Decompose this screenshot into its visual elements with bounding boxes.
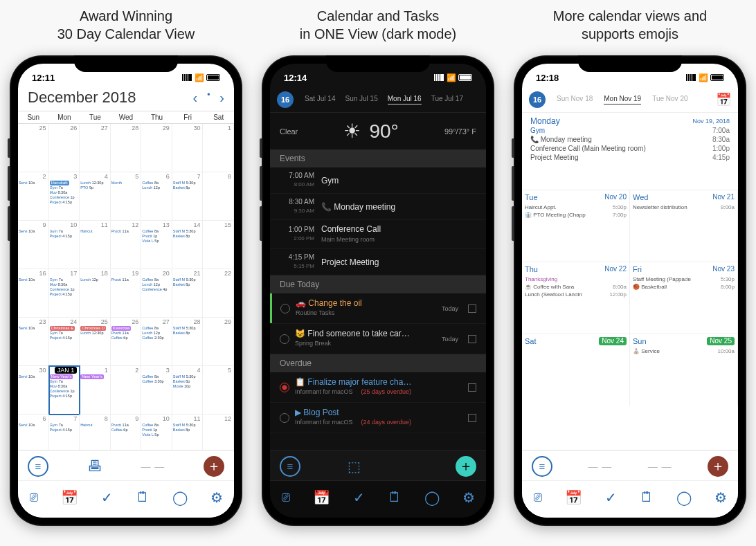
calendar-cell[interactable]: 4Lunch 12:30pPTO 9p: [80, 172, 111, 221]
prev-month-button[interactable]: ‹: [192, 90, 197, 106]
calendar-cell[interactable]: 2: [111, 366, 142, 415]
calendar-cell[interactable]: 13Coffee 8aProctt 1pViola L 5p: [141, 221, 172, 269]
calendar-cell[interactable]: 17Gym 7aMov 8:30aConference 1pProject 4:…: [49, 269, 80, 318]
task-row[interactable]: 🚗 Change the oilRoutine TasksToday: [270, 293, 486, 324]
event-row[interactable]: 1:00 PM2:00 PMConference CallMain Meetin…: [270, 220, 486, 249]
calendar-jump-icon[interactable]: 📅: [716, 92, 731, 107]
calendar-icon[interactable]: 📅: [565, 489, 582, 506]
month-grid[interactable]: 25262728293012Servi 10a3HanukahGym 7aMov…: [18, 124, 234, 463]
week-cell[interactable]: SatNov 24: [522, 334, 630, 406]
calendar-cell[interactable]: 22: [203, 269, 234, 318]
date-tab[interactable]: Sun Nov 18: [557, 95, 593, 104]
calendar-cell[interactable]: 23Servi 10a: [18, 318, 49, 366]
today-badge[interactable]: 16: [529, 91, 546, 108]
calendar-cell[interactable]: 1New Year's: [80, 366, 111, 415]
profile-icon[interactable]: ◯: [424, 489, 440, 506]
date-tab[interactable]: Tue Nov 20: [652, 95, 687, 104]
week-cell[interactable]: SunNov 25⛪ Service10:00a: [630, 334, 738, 406]
note-icon[interactable]: 🗒: [136, 489, 150, 505]
week-cell[interactable]: WedNov 21Newsletter distribution8:00a: [630, 190, 738, 262]
task-row[interactable]: 😺 Find someone to take car…Spring BreakT…: [270, 324, 486, 354]
calendar-cell[interactable]: 12Proctt 11a: [111, 221, 142, 269]
agenda-item[interactable]: Conference Call (Main Meeting room)1:00p: [522, 144, 738, 153]
calendar-cell[interactable]: 8: [203, 172, 234, 221]
print-button[interactable]: 🖶: [87, 457, 102, 475]
menu-button[interactable]: ≡: [280, 456, 300, 477]
calendar-cell[interactable]: 6Coffee 8aLunch 12p: [141, 172, 172, 221]
next-month-button[interactable]: ›: [219, 90, 224, 106]
sliders-icon[interactable]: ⚙: [462, 489, 475, 506]
map-button[interactable]: ⬚: [348, 458, 361, 475]
event-row[interactable]: 8:30 AM9:30 AM📞 Monday meeting: [270, 194, 486, 220]
calendar-cell[interactable]: 28Staff M 5:30pBasket 8p: [172, 318, 204, 366]
calendar-cell[interactable]: 4Staff M 5:30pBasket 8pMovie 10p: [172, 366, 204, 415]
date-tab[interactable]: Sun Jul 15: [345, 95, 377, 104]
agenda-item[interactable]: Gym7:00a: [522, 126, 738, 135]
agenda-item[interactable]: 📞 Monday meeting8:30a: [522, 135, 738, 144]
focus-icon[interactable]: ⎚: [534, 489, 542, 505]
note-icon[interactable]: 🗒: [640, 489, 654, 505]
profile-icon[interactable]: ◯: [172, 489, 188, 506]
calendar-cell[interactable]: 27: [80, 124, 111, 172]
calendar-cell[interactable]: 26: [49, 124, 80, 172]
date-tab[interactable]: Tue Jul 17: [431, 95, 463, 104]
calendar-icon[interactable]: 📅: [61, 489, 78, 506]
event-row[interactable]: 7:00 AM8:00 AMGym: [270, 167, 486, 194]
calendar-cell[interactable]: 5Month: [111, 172, 142, 221]
calendar-cell[interactable]: 25: [18, 124, 49, 172]
check-icon[interactable]: ✓: [101, 489, 113, 506]
calendar-cell[interactable]: 30: [172, 124, 204, 172]
calendar-cell[interactable]: 2Servi 10a: [18, 172, 49, 221]
note-icon[interactable]: 🗒: [388, 489, 402, 505]
today-badge[interactable]: 16: [277, 91, 294, 108]
focus-icon[interactable]: ⎚: [30, 489, 38, 505]
task-row[interactable]: ▶ Blog PostInformant for macOS(24 days o…: [270, 403, 486, 433]
calendar-cell[interactable]: 29: [141, 124, 172, 172]
menu-button[interactable]: ≡: [532, 456, 552, 477]
add-button[interactable]: ＋: [708, 456, 728, 477]
focus-icon[interactable]: ⎚: [282, 489, 290, 505]
calendar-cell[interactable]: 20Coffee 8aLunch 12pConference 4p: [141, 269, 172, 318]
calendar-cell[interactable]: 10Gym 7aProject 4:15p: [49, 221, 80, 269]
calendar-cell[interactable]: 29: [203, 318, 234, 366]
sliders-icon[interactable]: ⚙: [714, 489, 727, 506]
week-cell[interactable]: FriNov 23Staff Meeting (Pappade5:30p🏀 Ba…: [630, 262, 738, 334]
calendar-cell[interactable]: 19Proctt 11a: [111, 269, 142, 318]
calendar-cell[interactable]: 18Lunch 12p: [80, 269, 111, 318]
event-row[interactable]: 4:15 PM5:15 PMProject Meeting: [270, 249, 486, 275]
calendar-cell[interactable]: JAN 1New Year'sGym 7aMov 8:30aConference…: [49, 366, 80, 415]
calendar-cell[interactable]: 21Staff M 5:30pBasket 8p: [172, 269, 204, 318]
profile-icon[interactable]: ◯: [676, 489, 692, 506]
calendar-cell[interactable]: 15: [203, 221, 234, 269]
sliders-icon[interactable]: ⚙: [210, 489, 223, 506]
calendar-cell[interactable]: 7Staff M 5:30pBasket 8p: [172, 172, 204, 221]
calendar-icon[interactable]: 📅: [313, 489, 330, 506]
week-cell[interactable]: TueNov 20Haircut Appt.5:00p👔 PTO Meeting…: [522, 190, 630, 262]
check-icon[interactable]: ✓: [353, 489, 365, 506]
calendar-cell[interactable]: 25Christmas DLunch 12:30p: [80, 318, 111, 366]
calendar-cell[interactable]: 14Staff M 5:30pBasket 8p: [172, 221, 204, 269]
calendar-cell[interactable]: 1: [203, 124, 234, 172]
task-row[interactable]: 📋 Finalize major feature cha…Informant f…: [270, 372, 486, 403]
calendar-cell[interactable]: 24Christmas EGym 7aProject 4:15p: [49, 318, 80, 366]
calendar-cell[interactable]: 28: [111, 124, 142, 172]
add-button[interactable]: ＋: [204, 456, 224, 477]
calendar-cell[interactable]: 11Haircut: [80, 221, 111, 269]
calendar-cell[interactable]: 30Servi 10a: [18, 366, 49, 415]
date-tab[interactable]: Sat Jul 14: [305, 95, 335, 104]
calendar-cell[interactable]: 3Coffee 8aCoffee 3:30p: [141, 366, 172, 415]
check-icon[interactable]: ✓: [605, 489, 617, 506]
menu-button[interactable]: ≡: [28, 456, 48, 477]
calendar-cell[interactable]: 5: [203, 366, 234, 415]
date-tab[interactable]: Mon Nov 19: [604, 95, 641, 104]
calendar-cell[interactable]: 3HanukahGym 7aMov 8:30aConference 1pProj…: [49, 172, 80, 221]
date-tab[interactable]: Mon Jul 16: [388, 95, 422, 104]
calendar-cell[interactable]: 26KwanzaaProctt 11aCoffee 6p: [111, 318, 142, 366]
add-button[interactable]: ＋: [456, 456, 476, 477]
today-dot[interactable]: •: [207, 90, 210, 106]
calendar-cell[interactable]: 9Servi 10a: [18, 221, 49, 269]
week-cell[interactable]: ThuNov 22Thanksgiving☕ Coffee with Sara8…: [522, 262, 630, 334]
calendar-cell[interactable]: 27Coffee 8aLunch 12pCoffee 2:30p: [141, 318, 172, 366]
agenda-item[interactable]: Project Meeting4:15p: [522, 153, 738, 162]
calendar-cell[interactable]: 16Servi 10a: [18, 269, 49, 318]
